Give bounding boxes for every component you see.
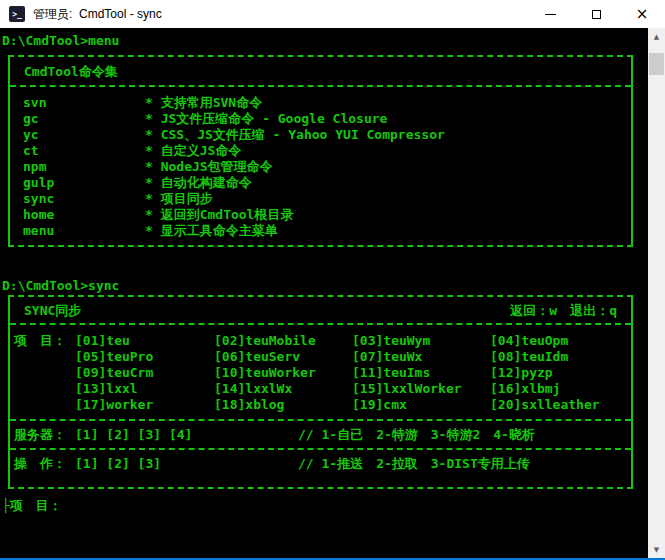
scroll-down-icon[interactable]: ▼ bbox=[648, 542, 665, 557]
project-item: [16]xlbmj bbox=[490, 381, 560, 397]
title-bar[interactable]: >_ 管理员: CmdTool - sync × bbox=[0, 0, 665, 28]
command-desc: * CSS、JS文件压缩 - Yahoo YUI Compressor bbox=[145, 127, 445, 143]
command-name: menu bbox=[23, 223, 54, 239]
project-item: [07]teuWx bbox=[352, 349, 422, 365]
menu-item-sync: sync* 项目同步 bbox=[10, 191, 631, 207]
command-name: ct bbox=[23, 143, 39, 159]
prompt-project-input: ├项 目： bbox=[2, 498, 62, 514]
terminal-console[interactable]: D:\CmdTool>menu CmdTool命令集 svn* 支持常用SVN命… bbox=[0, 28, 648, 558]
close-icon: × bbox=[636, 7, 649, 22]
sync-box-title: SYNC同步 bbox=[24, 297, 81, 323]
project-item: [05]teuPro bbox=[75, 349, 153, 365]
scroll-up-icon[interactable]: ▲ bbox=[648, 29, 665, 44]
command-name: svn bbox=[23, 95, 46, 111]
server-comment: // 1-自已 2-特游 3-特游2 4-晓析 bbox=[298, 421, 535, 448]
close-button[interactable]: × bbox=[619, 0, 665, 28]
menu-item-gulp: gulp* 自动化构建命令 bbox=[10, 175, 631, 191]
project-row: [01]teu [02]teuMobile [03]teuWym [04]teu… bbox=[10, 333, 631, 349]
action-comment: // 1-推送 2-拉取 3-DIST专用上传 bbox=[298, 450, 530, 477]
maximize-button[interactable] bbox=[573, 0, 619, 28]
cmdtool-window: >_ 管理员: CmdTool - sync × D:\CmdTool>menu… bbox=[0, 0, 665, 560]
command-name: npm bbox=[23, 159, 46, 175]
command-desc: * 支持常用SVN命令 bbox=[145, 95, 262, 111]
menu-item-gc: gc* JS文件压缩命令 - Google Closure bbox=[10, 111, 631, 127]
menu-box-title: CmdTool命令集 bbox=[24, 57, 118, 85]
vertical-scrollbar[interactable]: ▲ ▼ bbox=[648, 28, 665, 558]
window-controls: × bbox=[527, 0, 665, 28]
command-desc: * 项目同步 bbox=[145, 191, 213, 207]
project-item: [01]teu bbox=[75, 333, 130, 349]
command-name: gc bbox=[23, 111, 39, 127]
project-row: [09]teuCrm [10]teuWorker [11]teuIms [12]… bbox=[10, 365, 631, 381]
command-name: yc bbox=[23, 127, 39, 143]
project-item: [04]teuOpm bbox=[490, 333, 568, 349]
server-row: 服务器： [1] [2] [3] [4] // 1-自已 2-特游 3-特游2 … bbox=[10, 421, 631, 448]
command-name: sync bbox=[23, 191, 54, 207]
project-item: [09]teuCrm bbox=[75, 365, 153, 381]
sync-box-header: SYNC同步 返回：w 退出：q bbox=[10, 297, 631, 325]
action-row: 操 作： [1] [2] [3] // 1-推送 2-拉取 3-DIST专用上传 bbox=[10, 450, 631, 477]
action-label: 操 作： bbox=[14, 450, 66, 477]
menu-item-ct: ct* 自定义JS命令 bbox=[10, 143, 631, 159]
command-desc: * 显示工具命令主菜单 bbox=[145, 223, 278, 239]
command-desc: * NodeJS包管理命令 bbox=[145, 159, 273, 175]
project-item: [06]teuServ bbox=[214, 349, 300, 365]
prompt-sync-command: D:\CmdTool>sync bbox=[2, 278, 119, 294]
project-item: [20]sxlleather bbox=[490, 397, 600, 413]
maximize-icon bbox=[592, 10, 601, 19]
prompt-menu-command: D:\CmdTool>menu bbox=[2, 33, 119, 49]
action-options: [1] [2] [3] bbox=[75, 450, 161, 477]
cmdtool-menu-box: CmdTool命令集 svn* 支持常用SVN命令 gc* JS文件压缩命令 -… bbox=[8, 55, 633, 247]
server-label: 服务器： bbox=[14, 421, 66, 448]
project-item: [14]lxxlWx bbox=[214, 381, 292, 397]
sync-box: SYNC同步 返回：w 退出：q 项 目： [01]teu [02]teuMob… bbox=[8, 295, 633, 489]
menu-item-npm: npm* NodeJS包管理命令 bbox=[10, 159, 631, 175]
minimize-button[interactable] bbox=[527, 0, 573, 28]
project-item: [11]teuIms bbox=[352, 365, 430, 381]
console-icon[interactable]: >_ bbox=[9, 6, 25, 22]
sync-box-keys-hint: 返回：w 退出：q bbox=[510, 297, 617, 323]
project-row: [17]worker [18]xblog [19]cmx [20]sxlleat… bbox=[10, 397, 631, 413]
window-title: 管理员: CmdTool - sync bbox=[33, 6, 162, 23]
command-name: gulp bbox=[23, 175, 54, 191]
project-row: [05]teuPro [06]teuServ [07]teuWx [08]teu… bbox=[10, 349, 631, 365]
project-item: [18]xblog bbox=[214, 397, 284, 413]
minimize-icon bbox=[545, 14, 556, 15]
command-desc: * JS文件压缩命令 - Google Closure bbox=[145, 111, 387, 127]
project-item: [17]worker bbox=[75, 397, 153, 413]
project-row: [13]lxxl [14]lxxlWx [15]lxxlWorker [16]x… bbox=[10, 381, 631, 397]
scrollbar-thumb[interactable] bbox=[649, 53, 664, 75]
project-item: [08]teuIdm bbox=[490, 349, 568, 365]
project-item: [19]cmx bbox=[352, 397, 407, 413]
menu-box-header: CmdTool命令集 bbox=[10, 57, 631, 87]
menu-item-menu: menu* 显示工具命令主菜单 bbox=[10, 223, 631, 239]
project-item: [12]pyzp bbox=[490, 365, 553, 381]
menu-item-home: home* 返回到CmdTool根目录 bbox=[10, 207, 631, 223]
command-desc: * 返回到CmdTool根目录 bbox=[145, 207, 293, 223]
project-item: [03]teuWym bbox=[352, 333, 430, 349]
server-options: [1] [2] [3] [4] bbox=[75, 421, 192, 448]
project-list: 项 目： [01]teu [02]teuMobile [03]teuWym [0… bbox=[10, 325, 631, 419]
project-item: [10]teuWorker bbox=[214, 365, 316, 381]
command-desc: * 自定义JS命令 bbox=[145, 143, 241, 159]
project-item: [15]lxxlWorker bbox=[352, 381, 462, 397]
command-desc: * 自动化构建命令 bbox=[145, 175, 252, 191]
command-name: home bbox=[23, 207, 54, 223]
project-item: [02]teuMobile bbox=[214, 333, 316, 349]
menu-item-yc: yc* CSS、JS文件压缩 - Yahoo YUI Compressor bbox=[10, 127, 631, 143]
menu-item-svn: svn* 支持常用SVN命令 bbox=[10, 95, 631, 111]
project-item: [13]lxxl bbox=[75, 381, 138, 397]
menu-items: svn* 支持常用SVN命令 gc* JS文件压缩命令 - Google Clo… bbox=[10, 87, 631, 239]
